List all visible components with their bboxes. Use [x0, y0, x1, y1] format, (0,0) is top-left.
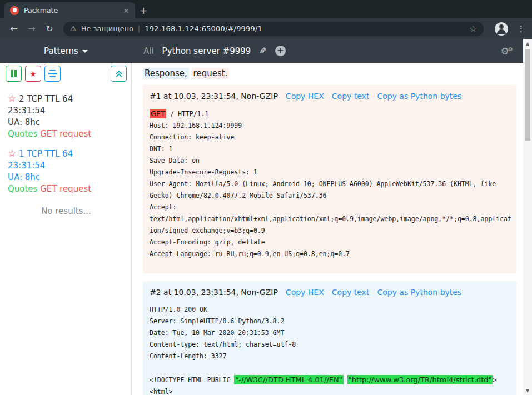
address-bar[interactable]: ⚠ Не защищено | 192.168.1.124:65000/#/99… — [63, 22, 484, 36]
back-icon[interactable]: ← — [7, 22, 21, 36]
pattern-match-highlight: "-//W3C//DTD HTML 4.01//EN" — [234, 375, 343, 384]
bookmark-star-icon[interactable]: ☆ — [470, 24, 477, 34]
packet-id: #1 at 10.03, 23:31:54, Non-GZIP — [150, 92, 278, 101]
stream-title: ☆ 2 TCP TTL 64 — [8, 93, 127, 105]
profile-avatar-icon[interactable] — [495, 22, 508, 36]
tab-title: Packmate — [24, 6, 58, 14]
stream-list: ☆ 2 TCP TTL 6423:31:54UA: 8hcQuotes GET … — [6, 93, 127, 195]
packet-card-response: #2 at 10.03, 23:31:54, Non-GZIPCopy HEXC… — [143, 281, 516, 395]
copy-action-link[interactable]: Copy text — [332, 288, 370, 297]
new-tab-button[interactable]: + — [135, 2, 152, 18]
patterns-dropdown[interactable]: Patterns — [0, 39, 132, 63]
copy-action-link[interactable]: Copy as Python bytes — [377, 92, 461, 101]
packet-header: #1 at 10.03, 23:31:54, Non-GZIPCopy HEXC… — [150, 92, 512, 101]
url-text[interactable]: 192.168.1.124:65000/#/9999/1 — [145, 24, 262, 33]
reload-icon[interactable]: ↻ — [42, 22, 57, 36]
stream-title: ☆ 1 TCP TTL 64 — [8, 148, 127, 160]
copy-action-link[interactable]: Copy HEX — [286, 288, 324, 297]
browser-window: Packmate × + ← → ↻ ⚠ Не защищено | 192.1… — [0, 0, 532, 395]
double-chevron-up-icon — [115, 70, 123, 78]
tab-strip: Packmate × + — [0, 0, 532, 18]
scrollbar-thumb[interactable] — [525, 49, 530, 141]
app-header: Patterns All Python server #9999 ✎ + ⚙⚙ — [0, 39, 523, 63]
packet-list: #1 at 10.03, 23:31:54, Non-GZIPCopy HEXC… — [143, 85, 523, 395]
edit-pencil-icon[interactable]: ✎ — [259, 46, 266, 56]
packet-id: #2 at 10.03, 23:31:54, Non-GZIP — [150, 288, 278, 297]
stream-tags: Quotes GET request — [8, 183, 127, 195]
pause-icon — [11, 70, 17, 77]
settings-gear-small-icon: ⚙ — [508, 46, 513, 52]
copy-action-link[interactable]: Copy HEX — [286, 92, 324, 101]
pattern-match-highlight: GET — [150, 109, 166, 118]
stream-title-text: 2 TCP TTL 64 — [16, 94, 73, 104]
content-area: ★ ☆ 2 TCP TTL 6423:31:54UA: 8hcQuotes GE… — [0, 63, 523, 395]
legend-request: request. — [192, 68, 230, 79]
forward-icon[interactable]: → — [24, 22, 39, 36]
tab-all-services[interactable]: All — [143, 46, 154, 56]
star-icon: ★ — [29, 69, 37, 79]
scroll-up-icon[interactable]: ▲ — [523, 39, 532, 48]
close-tab-icon[interactable]: × — [123, 6, 130, 15]
stream-user-agent: UA: 8hc — [8, 117, 127, 128]
no-results-label: No results... — [6, 206, 127, 216]
stream-tag: Quotes — [8, 129, 37, 139]
stream-tag: GET request — [37, 129, 91, 139]
favorites-filter-button[interactable]: ★ — [25, 66, 41, 82]
chevron-down-icon — [82, 50, 88, 53]
settings-gears-icon[interactable]: ⚙⚙ — [501, 46, 514, 57]
stream-tag: GET request — [37, 184, 91, 194]
warning-icon[interactable]: ⚠ — [70, 24, 77, 33]
add-service-icon[interactable]: + — [275, 46, 286, 56]
address-divider: | — [138, 24, 140, 33]
browser-toolbar: ← → ↻ ⚠ Не защищено | 192.168.1.124:6500… — [0, 18, 532, 39]
packet-body: GET / HTTP/1.1 Host: 192.168.1.124:9999 … — [150, 108, 512, 260]
packet-header: #2 at 10.03, 23:31:54, Non-GZIPCopy HEXC… — [150, 288, 512, 297]
stream-tags: Quotes GET request — [8, 128, 127, 140]
sidebar-toolbar: ★ — [6, 66, 127, 82]
stream-time: 23:31:54 — [8, 105, 127, 117]
patterns-label: Patterns — [44, 46, 78, 56]
page-scrollbar[interactable]: ▲ ▼ — [523, 39, 532, 395]
stream-sidebar: ★ ☆ 2 TCP TTL 6423:31:54UA: 8hcQuotes GE… — [0, 63, 132, 395]
packet-pane: Response, request. #1 at 10.03, 23:31:54… — [132, 63, 523, 395]
scroll-down-icon[interactable]: ▼ — [523, 386, 532, 395]
stream-user-agent: UA: 8hc — [8, 172, 127, 183]
packmate-favicon-icon — [10, 6, 19, 15]
pause-capture-button[interactable] — [6, 66, 22, 82]
stream-title-text: 1 TCP TTL 64 — [16, 149, 73, 159]
service-tabs: All Python server #9999 ✎ + ⚙⚙ — [132, 39, 523, 63]
pattern-match-highlight: "http://www.w3.org/TR/html4/strict.dtd" — [347, 375, 493, 384]
packet-body: HTTP/1.0 200 OK Server: SimpleHTTP/0.6 P… — [150, 304, 512, 395]
stream-tag: Quotes — [8, 184, 37, 194]
favorite-star-icon[interactable]: ☆ — [8, 93, 16, 104]
stream-time: 23:31:54 — [8, 160, 127, 172]
list-icon — [48, 70, 57, 78]
copy-action-link[interactable]: Copy as Python bytes — [377, 288, 461, 297]
legend-response: Response, — [143, 68, 189, 79]
collapse-button[interactable] — [111, 66, 127, 82]
legend: Response, request. — [143, 68, 523, 78]
tab-current-service[interactable]: Python server #9999 — [162, 46, 251, 56]
copy-action-link[interactable]: Copy text — [332, 92, 370, 101]
favorite-star-icon[interactable]: ☆ — [8, 148, 16, 159]
stream-list-item[interactable]: ☆ 1 TCP TTL 6423:31:54UA: 8hcQuotes GET … — [8, 148, 127, 195]
packet-card-request: #1 at 10.03, 23:31:54, Non-GZIPCopy HEXC… — [143, 85, 516, 273]
security-label: Не защищено — [81, 24, 133, 33]
browser-menu-icon[interactable]: ⋮ — [517, 24, 525, 34]
browser-tab[interactable]: Packmate × — [4, 2, 135, 18]
pattern-filter-button[interactable] — [44, 66, 61, 82]
stream-list-item[interactable]: ☆ 2 TCP TTL 6423:31:54UA: 8hcQuotes GET … — [8, 93, 127, 140]
